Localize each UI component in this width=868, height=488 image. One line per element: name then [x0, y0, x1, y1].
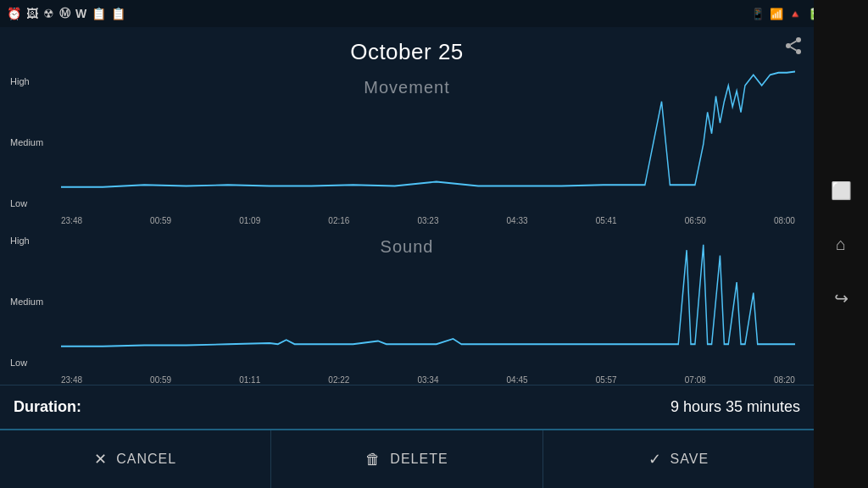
side-nav: ⬜ ⌂ ↩: [814, 0, 868, 488]
movement-x-axis: 23:48 00:59 01:09 02:16 03:23 04:33 05:4…: [61, 216, 795, 225]
delete-button[interactable]: 🗑 DELETE: [271, 430, 542, 488]
duration-value: 9 hours 35 minutes: [670, 398, 800, 416]
sound-x6: 05:57: [596, 375, 617, 385]
movement-title: Movement: [364, 78, 449, 97]
cancel-label: CANCEL: [116, 452, 176, 467]
status-bar: ⏰ 🖼 ☢ Ⓜ W 📋 📋 📱 📶 🔺 🔋 10:15: [0, 0, 868, 27]
cancel-button[interactable]: ✕ CANCEL: [0, 430, 271, 488]
svg-line-4: [791, 42, 797, 45]
clipboard2-icon: 📋: [111, 7, 125, 20]
page-title: October 25: [350, 39, 464, 65]
save-label: SAVE: [670, 452, 709, 467]
action-bar: ✕ CANCEL 🗑 DELETE ✓ SAVE: [0, 429, 814, 488]
movement-y-axis: High Medium Low: [10, 69, 61, 208]
share-button[interactable]: [783, 36, 804, 61]
image-icon: 🖼: [26, 7, 38, 20]
sound-high-label: High: [10, 236, 61, 246]
sound-x8: 08:20: [774, 375, 795, 385]
delete-icon: 🗑: [365, 451, 381, 469]
main-content: October 25 High Medium Low Movement: [0, 27, 814, 488]
sound-y-axis: High Medium Low: [10, 229, 61, 368]
movement-x1: 00:59: [150, 216, 171, 225]
sound-title: Sound: [381, 237, 434, 257]
movement-x3: 02:16: [328, 216, 349, 225]
movement-chart: High Medium Low Movement 23:48 00:59 01:…: [10, 69, 804, 225]
duration-label: Duration:: [14, 398, 81, 416]
svg-point-0: [796, 37, 801, 42]
sound-medium-label: Medium: [10, 297, 61, 307]
sound-chart: High Medium Low Sound 23:48 00:59 01:11 …: [10, 229, 804, 385]
sound-x7: 07:08: [685, 375, 706, 385]
phone-icon: 📱: [751, 8, 765, 20]
movement-x0: 23:48: [61, 216, 82, 225]
header: October 25: [0, 27, 814, 69]
sound-x4: 03:34: [417, 375, 438, 385]
delete-label: DELETE: [390, 452, 448, 467]
status-icons-left: ⏰ 🖼 ☢ Ⓜ W 📋 📋: [7, 6, 125, 21]
sound-x2: 01:11: [239, 375, 260, 385]
wifi-icon: 📶: [770, 8, 783, 20]
w-icon: W: [75, 7, 86, 20]
sound-x3: 02:22: [328, 375, 349, 385]
movement-x2: 01:09: [239, 216, 260, 225]
back-icon[interactable]: ↩: [834, 288, 849, 308]
movement-high-label: High: [10, 76, 61, 86]
movement-x6: 05:41: [596, 216, 617, 225]
svg-point-1: [786, 43, 791, 48]
motorola-icon: Ⓜ: [59, 6, 70, 21]
alarm-icon: ⏰: [7, 7, 21, 20]
svg-point-2: [796, 49, 801, 54]
save-icon: ✓: [648, 450, 662, 469]
duration-bar: Duration: 9 hours 35 minutes: [0, 385, 814, 429]
svg-line-3: [791, 47, 797, 51]
sound-x5: 04:45: [507, 375, 528, 385]
sound-x1: 00:59: [150, 375, 171, 385]
movement-x8: 08:00: [774, 216, 795, 225]
home-icon[interactable]: ⌂: [836, 235, 846, 254]
cancel-icon: ✕: [94, 450, 108, 469]
movement-low-label: Low: [10, 198, 61, 208]
sound-x-axis: 23:48 00:59 01:11 02:22 03:34 04:45 05:5…: [61, 375, 795, 385]
clipboard1-icon: 📋: [92, 7, 106, 20]
signal-icon: 🔺: [788, 8, 802, 20]
sound-x0: 23:48: [61, 375, 82, 385]
movement-x5: 04:33: [507, 216, 528, 225]
movement-x7: 06:50: [685, 216, 706, 225]
sound-low-label: Low: [10, 358, 61, 368]
window-icon[interactable]: ⬜: [831, 180, 852, 201]
charts-container: High Medium Low Movement 23:48 00:59 01:…: [0, 69, 814, 385]
nuclear-icon: ☢: [43, 7, 54, 20]
save-button[interactable]: ✓ SAVE: [543, 430, 814, 488]
movement-x4: 03:23: [417, 216, 438, 225]
movement-medium-label: Medium: [10, 137, 61, 147]
